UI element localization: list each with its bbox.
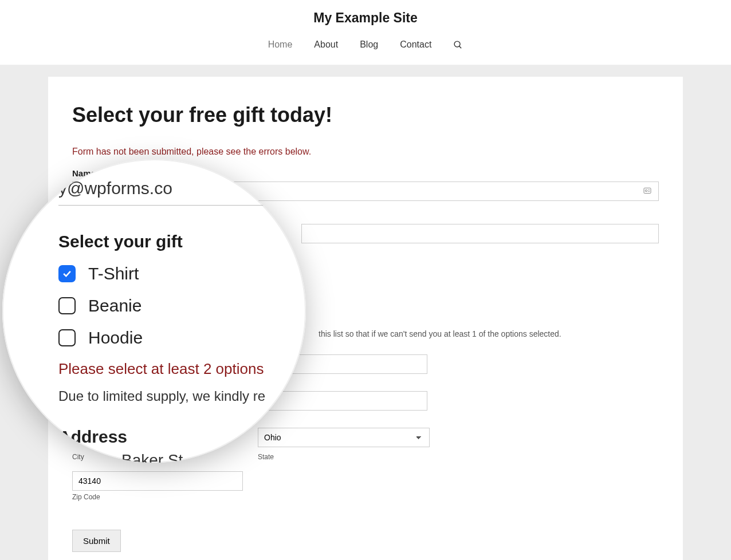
nav-blog[interactable]: Blog: [360, 40, 378, 50]
main-nav: Home About Blog Contact: [0, 26, 731, 65]
autofill-icon[interactable]: [643, 186, 652, 197]
state-select[interactable]: Ohio: [258, 428, 430, 447]
form-error-message: Form has not been submitted, please see …: [72, 147, 659, 157]
checkbox-unchecked-icon[interactable]: [58, 329, 76, 346]
svg-point-0: [454, 41, 460, 47]
gift-option-label: Beanie: [88, 296, 142, 316]
checkbox-checked-icon[interactable]: [58, 265, 76, 282]
magnifier-overlay: y@wpforms.co Select your gift T-Shirt Be…: [2, 159, 306, 463]
zip-input[interactable]: [72, 471, 243, 491]
site-title: My Example Site: [0, 10, 731, 26]
checkbox-unchecked-icon[interactable]: [58, 297, 76, 314]
gift-option-hoodie[interactable]: Hoodie: [58, 328, 283, 348]
gift-option-beanie[interactable]: Beanie: [58, 296, 283, 316]
page-heading: Select your free gift today!: [72, 103, 659, 127]
page-body: Select your free gift today! Form has no…: [0, 65, 731, 560]
search-icon[interactable]: [453, 40, 463, 50]
email-input[interactable]: [301, 224, 659, 243]
svg-line-1: [459, 46, 462, 48]
magnifier-validation-error: Please select at least 2 options: [58, 360, 283, 378]
gift-hint-partial: this list so that if we can't send you a…: [319, 329, 659, 338]
zip-sublabel: Zip Code: [72, 493, 243, 501]
submit-button[interactable]: Submit: [72, 530, 121, 552]
magnifier-hint-fragment: Due to limited supply, we kindly re: [58, 388, 283, 404]
magnifier-gift-title: Select your gift: [58, 232, 283, 251]
gift-option-label: Hoodie: [88, 328, 143, 348]
nav-contact[interactable]: Contact: [400, 40, 431, 50]
state-sublabel: State: [258, 453, 430, 461]
nav-home[interactable]: Home: [268, 40, 293, 50]
svg-point-3: [645, 190, 647, 191]
nav-about[interactable]: About: [314, 40, 338, 50]
site-header: My Example Site Home About Blog Contact: [0, 0, 731, 65]
address-line2-input[interactable]: [256, 391, 427, 411]
gift-option-label: T-Shirt: [88, 264, 139, 283]
gift-option-tshirt[interactable]: T-Shirt: [58, 264, 283, 283]
